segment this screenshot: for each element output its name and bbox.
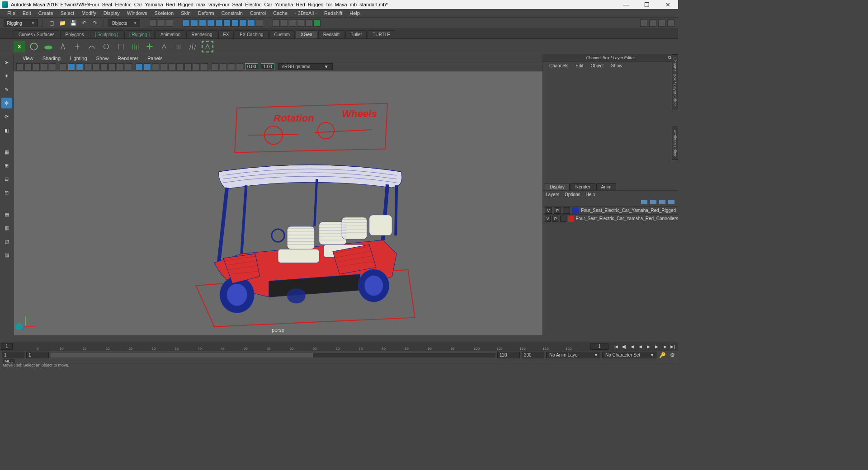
color-space-dropdown[interactable]: sRGB gamma ▼ (278, 63, 333, 70)
layout-tool-icon[interactable]: ▤ (1, 209, 12, 220)
vp-tool-btn[interactable] (193, 63, 200, 70)
char-set-dropdown[interactable]: No Character Set▾ (602, 352, 656, 358)
layout-tool-icon[interactable]: ▨ (1, 249, 12, 260)
cb-menu-edit[interactable]: Edit (572, 62, 587, 69)
window-close-button[interactable]: ✕ (657, 0, 678, 9)
save-scene-icon[interactable]: 💾 (69, 19, 77, 27)
shelf-tab[interactable]: Redshift (318, 30, 345, 38)
select-mask-btn[interactable] (158, 19, 165, 27)
shelf-tab[interactable]: XGen (296, 30, 317, 38)
lasso-tool-icon[interactable]: ✦ (1, 70, 12, 81)
end-frame-display[interactable]: 1 (590, 343, 609, 350)
paint-select-tool-icon[interactable]: ✎ (1, 84, 12, 95)
prefs-icon[interactable]: ⚙ (668, 351, 676, 359)
shelf-tab[interactable]: FX Caching (235, 30, 268, 38)
layer-tab-display[interactable]: Display (545, 183, 570, 190)
shelf-icon[interactable] (187, 41, 199, 52)
vp-tool-btn[interactable] (84, 63, 91, 70)
step-back-key-icon[interactable]: ◀| (620, 343, 627, 350)
shelf-icon[interactable] (42, 41, 54, 52)
menu-control[interactable]: Control (246, 9, 269, 17)
layer-menu-layers[interactable]: Layers (546, 192, 559, 197)
menu-cache[interactable]: Cache (269, 9, 291, 17)
autokey-icon[interactable]: 🔑 (658, 351, 666, 359)
redo-icon[interactable]: ↷ (91, 19, 99, 27)
menu-windows[interactable]: Windows (123, 9, 151, 17)
time-slider[interactable]: 1 51015202530354045505560657075808590951… (0, 342, 678, 351)
viewport-canvas[interactable]: Rotation Wheels (14, 71, 542, 335)
range-slider[interactable] (51, 353, 495, 357)
shelf-icon[interactable] (173, 41, 184, 52)
panel-undock-icon[interactable]: ⧉ (668, 55, 671, 60)
shelf-icon[interactable] (129, 41, 141, 52)
shelf-icon[interactable] (202, 41, 213, 52)
snap-btn[interactable] (256, 19, 263, 27)
range-inner-end-field[interactable]: 120 (497, 352, 520, 358)
menu-skin[interactable]: Skin (177, 9, 194, 17)
vp-tool-btn[interactable] (236, 63, 243, 70)
snap-btn[interactable] (248, 19, 255, 27)
shelf-tab[interactable]: Animation (156, 30, 185, 38)
selection-mode[interactable]: Objects ▼ (108, 19, 140, 27)
step-fwd-key-icon[interactable]: |▶ (661, 343, 668, 350)
xgen-icon[interactable]: X (14, 41, 25, 52)
snap-btn[interactable] (240, 19, 247, 27)
shelf-tab[interactable]: Curves / Surfaces (14, 30, 59, 38)
shelf-tab[interactable]: Rendering (186, 30, 217, 38)
vp-tool-btn[interactable] (184, 63, 192, 70)
shelf-icon[interactable] (158, 41, 170, 52)
new-scene-icon[interactable]: ▢ (47, 19, 56, 27)
select-tool-icon[interactable]: ➤ (1, 57, 12, 68)
layer-action-icon[interactable] (641, 200, 647, 204)
layout-tool-icon[interactable]: ▥ (1, 222, 12, 233)
vp-tool-btn[interactable] (136, 63, 143, 70)
snap-btn[interactable] (207, 19, 214, 27)
gamma-field[interactable]: 1.00 (261, 63, 274, 70)
vp-tool-btn[interactable] (16, 63, 24, 70)
layer-tab-anim[interactable]: Anim (596, 183, 617, 190)
menu-modify[interactable]: Modify (78, 9, 99, 17)
layer-action-icon[interactable] (659, 200, 665, 204)
layer-action-icon[interactable] (668, 200, 675, 204)
layout-tool-icon[interactable]: ▦ (1, 146, 12, 157)
window-maximize-button[interactable]: ❐ (637, 0, 657, 9)
shelf-tab[interactable]: Custom (269, 30, 295, 38)
vp-tool-btn[interactable] (24, 63, 32, 70)
vp-tool-btn[interactable] (108, 63, 116, 70)
cb-menu-channels[interactable]: Channels (546, 62, 572, 69)
select-mask-btn[interactable] (150, 19, 157, 27)
shelf-icon[interactable] (144, 41, 156, 52)
menu-deform[interactable]: Deform (194, 9, 218, 17)
vp-tool-btn[interactable] (176, 63, 184, 70)
menu-create[interactable]: Create (35, 9, 57, 17)
maya-viewcube-icon[interactable] (14, 322, 24, 331)
module-selector[interactable]: Rigging ▼ (4, 19, 38, 27)
vp-tool-btn[interactable] (212, 63, 219, 70)
snap-btn[interactable] (223, 19, 231, 27)
vp-tool-btn[interactable] (160, 63, 167, 70)
layer-extra-toggle[interactable] (563, 207, 570, 214)
layout-tool-icon[interactable]: ⊟ (1, 174, 12, 184)
cb-menu-object[interactable]: Object (587, 62, 608, 69)
layer-color-swatch[interactable] (568, 216, 574, 222)
shelf-icon[interactable] (71, 41, 83, 52)
play-back-icon[interactable]: ◀ (637, 343, 644, 350)
layer-vis-toggle[interactable]: V (545, 216, 551, 222)
menu-edit[interactable]: Edit (19, 9, 35, 17)
shelf-tab[interactable]: Bullet (345, 30, 367, 38)
menu-redshift[interactable]: Redshift (321, 9, 346, 17)
go-end-icon[interactable]: ▶| (669, 343, 676, 350)
vp-menu-panels[interactable]: Panels (143, 55, 167, 62)
render-btn[interactable] (273, 19, 280, 27)
menu-skeleton[interactable]: Skeleton (151, 9, 177, 17)
shelf-tab[interactable]: Polygons (60, 30, 89, 38)
layer-type-toggle[interactable]: P (552, 216, 558, 222)
vp-tool-btn[interactable] (49, 63, 56, 70)
shelf-tab[interactable]: TURTLE (368, 30, 395, 38)
layer-color-swatch[interactable] (572, 207, 579, 214)
menu-display[interactable]: Display (100, 9, 123, 17)
layer-tab-render[interactable]: Render (571, 183, 595, 190)
layer-extra-toggle[interactable] (560, 216, 566, 222)
step-back-icon[interactable]: ◀ (628, 343, 636, 350)
snap-btn[interactable] (183, 19, 190, 27)
